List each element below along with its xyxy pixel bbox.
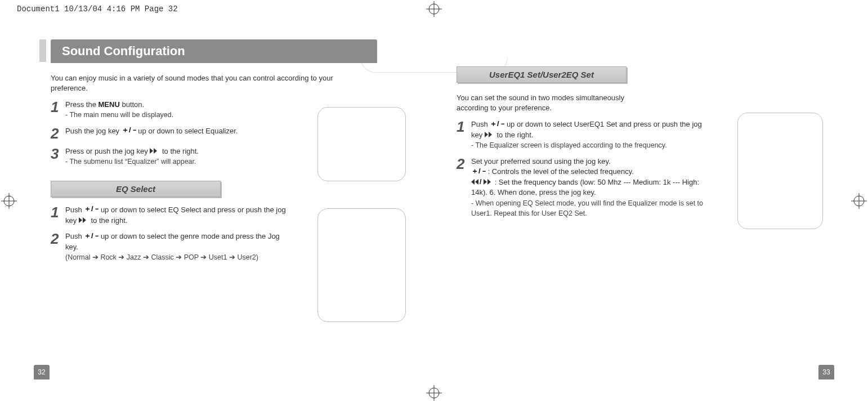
- eq1-c: to the right.: [91, 216, 127, 225]
- right-intro: You can set the sound in two modes simul…: [457, 93, 648, 113]
- svg-text:＋/－: ＋/－: [84, 233, 99, 239]
- page-title: Sound Configuration: [51, 39, 377, 63]
- step-number: 3: [51, 146, 65, 161]
- registration-mark-bottom: [426, 385, 442, 401]
- svg-marker-16: [79, 217, 82, 223]
- eq2-sub: (Normal ➔ Rock ➔ Jazz ➔ Classic ➔ POP ➔ …: [65, 253, 258, 261]
- r2-sub: - When opening EQ Select mode, you will …: [471, 199, 703, 218]
- r1-sub: - The Equalizer screen is displayed acco…: [471, 141, 667, 149]
- r1-a: Push: [471, 120, 490, 128]
- page-left: Sound Configuration You can enjoy music …: [34, 39, 411, 379]
- registration-mark-left: [1, 193, 17, 209]
- step-3-sub: - The submenu list “Equalizer” will appe…: [65, 158, 196, 166]
- svg-text:＋/－: ＋/－: [84, 206, 99, 212]
- step-number: 2: [51, 126, 65, 141]
- svg-marker-23: [471, 179, 475, 185]
- svg-marker-13: [150, 148, 153, 154]
- screen-placeholder-3: [737, 113, 823, 229]
- page-number-left: 32: [34, 365, 50, 379]
- section-eq-select: EQ Select: [51, 181, 221, 197]
- svg-marker-17: [83, 217, 86, 223]
- svg-marker-14: [154, 148, 157, 154]
- eq-step-1: 1 Push ＋/－ up or down to select EQ Selec…: [51, 205, 287, 226]
- plus-minus-icon: ＋/－: [490, 120, 504, 130]
- step-3: 3 Press or push the jog key to the right…: [51, 146, 287, 167]
- svg-text:＋/－: ＋/－: [490, 120, 504, 127]
- step-1-text-b: button.: [120, 100, 144, 109]
- step-1-sub: - The main menu will be displayed.: [65, 111, 173, 119]
- step-2-text-b: up or down to select Equalizer.: [138, 127, 238, 135]
- svg-text:/: /: [480, 179, 482, 185]
- step-number: 1: [457, 119, 471, 134]
- svg-text:＋/－: ＋/－: [122, 127, 136, 133]
- step-3-text-b: to the right.: [162, 147, 199, 155]
- right-step-2: 2 Set your preferred sound using the jog…: [457, 157, 704, 219]
- right-step-1: 1 Push ＋/－ up or down to select UserEQ1 …: [457, 119, 704, 151]
- page-right: UserEQ1 Set/User2EQ Set You can set the …: [457, 39, 834, 379]
- plus-minus-icon: ＋/－: [471, 167, 486, 177]
- eq1-a: Push: [65, 206, 84, 214]
- svg-text:＋/－: ＋/－: [471, 168, 486, 175]
- registration-mark-right: [851, 193, 867, 209]
- screen-placeholder-1: [317, 107, 406, 181]
- page-number-right: 33: [818, 365, 834, 379]
- step-number: 1: [51, 100, 65, 114]
- svg-marker-21: [489, 132, 492, 137]
- plus-minus-icon: ＋/－: [84, 232, 99, 242]
- intro-text: You can enjoy music in a variety of soun…: [51, 73, 343, 93]
- screen-placeholder-2: [317, 208, 406, 322]
- eq2-a: Push: [65, 232, 84, 240]
- r2-line3: : Set the frequency bands (low: 50 Mhz -…: [471, 178, 699, 197]
- step-number: 2: [51, 231, 65, 246]
- svg-marker-26: [484, 179, 487, 185]
- svg-marker-24: [475, 179, 478, 185]
- step-2: 2 Push the jog key ＋/－ up or down to sel…: [51, 126, 287, 141]
- svg-marker-20: [485, 132, 488, 137]
- step-3-text-a: Press or push the jog key: [65, 147, 150, 155]
- section-usereq: UserEQ1 Set/User2EQ Set: [457, 66, 627, 83]
- r2-a: Set your preferred sound using the jog k…: [471, 157, 611, 166]
- rewind-forward-icon: /: [471, 177, 493, 187]
- title-accent: [39, 39, 46, 62]
- eq-step-2: 2 Push ＋/－ up or down to select the genr…: [51, 231, 287, 262]
- step-1-text-a: Press the: [65, 100, 99, 109]
- svg-marker-27: [487, 179, 491, 185]
- r2-line2: : Controls the level of the selected fre…: [488, 167, 634, 176]
- r1-c: to the right.: [496, 131, 533, 139]
- step-number: 2: [457, 157, 471, 171]
- step-1: 1 Press the MENU button. - The main menu…: [51, 100, 287, 120]
- fast-forward-icon: [485, 130, 495, 140]
- plus-minus-icon: ＋/－: [84, 205, 99, 215]
- fast-forward-icon: [79, 216, 89, 226]
- fast-forward-icon: [150, 146, 160, 157]
- registration-mark-top: [426, 1, 442, 17]
- step-number: 1: [51, 205, 65, 220]
- menu-label: MENU: [99, 100, 120, 109]
- plus-minus-icon: ＋/－: [122, 126, 136, 136]
- step-2-text-a: Push the jog key: [65, 127, 122, 135]
